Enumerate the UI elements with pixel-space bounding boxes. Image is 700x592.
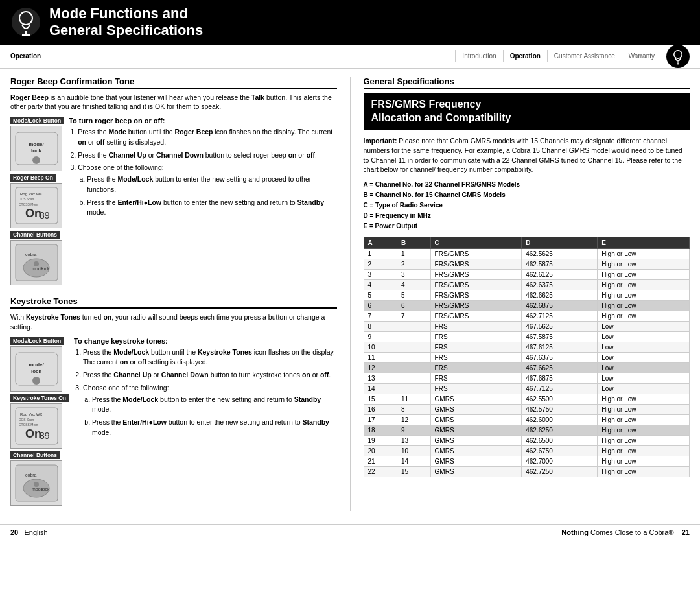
keystroke-tones-intro: With Keystroke Tones turned on, your rad… xyxy=(10,313,337,331)
channel-buttons-block-1: Channel Buttons cobra mode lock xyxy=(10,231,64,285)
roger-beep-steps: Press the Mode button until the Roger Be… xyxy=(69,127,336,218)
header-icon xyxy=(10,6,41,38)
table-row: 2215GMRS462.7250High or Low xyxy=(364,467,690,477)
mode-lock-label: Mode/Lock Button xyxy=(10,117,64,124)
page-header: Mode Functions and General Specification… xyxy=(0,0,700,45)
cell-b-20: 10 xyxy=(397,446,431,456)
cell-e-12: Low xyxy=(598,363,690,373)
cell-e-13: Low xyxy=(598,373,690,384)
svg-text:Rog: Rog xyxy=(20,412,27,416)
table-row: 11FRS467.6375Low xyxy=(364,353,690,363)
cell-e-8: Low xyxy=(598,322,690,332)
frs-gmrs-title-line1: FRS/GMRS Frequency xyxy=(371,99,482,110)
nav-customer-assistance[interactable]: Customer Assistance xyxy=(547,50,622,62)
cell-b-17: 12 xyxy=(397,415,431,425)
cell-a-13: 13 xyxy=(364,373,397,384)
cell-c-2: FRS/GMRS xyxy=(430,259,522,270)
nav-operation[interactable]: Operation xyxy=(503,50,547,62)
roger-beep-sub-steps: Press the Mode/Lock button to enter the … xyxy=(78,174,336,218)
cell-a-11: 11 xyxy=(364,353,397,363)
cell-b-9 xyxy=(397,332,431,342)
cell-b-8 xyxy=(397,322,431,332)
cell-a-16: 16 xyxy=(364,405,397,415)
cell-e-10: Low xyxy=(598,342,690,353)
general-specs-title: General Specifications xyxy=(364,77,690,89)
nav-warranty[interactable]: Warranty xyxy=(622,50,661,62)
nav-right: Introduction Operation Customer Assistan… xyxy=(455,45,690,68)
svg-text:DCS Scan: DCS Scan xyxy=(19,418,34,421)
cell-a-12: 12 xyxy=(364,363,397,373)
nav-operation-left: Operation xyxy=(10,50,455,62)
svg-text:lock: lock xyxy=(41,487,50,491)
cell-d-6: 462.6875 xyxy=(522,301,598,311)
cell-b-1: 1 xyxy=(397,249,431,259)
cell-b-14 xyxy=(397,384,431,394)
roger-beep-sub-step-b: Press the Enter/Hi●Low button to enter t… xyxy=(87,198,336,219)
cell-d-7: 462.7125 xyxy=(522,311,598,322)
cell-c-16: GMRS xyxy=(430,405,522,415)
cell-b-21: 14 xyxy=(397,456,431,467)
cell-a-7: 7 xyxy=(364,311,397,322)
cell-b-12 xyxy=(397,363,431,373)
cell-c-1: FRS/GMRS xyxy=(430,249,522,259)
roger-beep-step-1: Press the Mode button until the Roger Be… xyxy=(78,127,336,148)
cell-e-20: High or Low xyxy=(598,446,690,456)
roger-beep-step-3: Choose one of the following: Press the M… xyxy=(78,163,336,218)
keystroke-tones-instructions-title: To change keystroke tones: xyxy=(74,337,336,345)
cell-e-5: High or Low xyxy=(598,290,690,301)
keystroke-tones-on-label: Keystroke Tones On xyxy=(10,394,69,402)
mode-lock-img: mode/ lock xyxy=(10,126,62,171)
cell-e-9: Low xyxy=(598,332,690,342)
cell-a-21: 21 xyxy=(364,456,397,467)
cell-d-21: 462.7000 xyxy=(522,456,598,467)
svg-point-4 xyxy=(674,50,682,58)
cell-c-20: GMRS xyxy=(430,446,522,456)
cell-c-18: GMRS xyxy=(430,425,522,436)
keystroke-tones-steps: Press the Mode/Lock button until the Key… xyxy=(74,348,336,438)
keystroke-tones-sub-step-a: Press the Mode/Lock button to enter the … xyxy=(92,395,336,416)
cell-e-22: High or Low xyxy=(598,467,690,477)
col-d-header: D xyxy=(522,237,598,249)
cell-b-3: 3 xyxy=(397,270,431,280)
table-row: 1913GMRS462.6500High or Low xyxy=(364,436,690,446)
frs-gmrs-title-line2: Allocation and Compatibility xyxy=(371,112,511,123)
roger-beep-section: Roger Beep Confirmation Tone Roger Beep … xyxy=(10,77,337,285)
mode-lock-label-2: Mode/Lock Button xyxy=(10,337,64,345)
cell-e-15: High or Low xyxy=(598,394,690,405)
cell-d-2: 462.5875 xyxy=(522,259,598,270)
cell-d-1: 462.5625 xyxy=(522,249,598,259)
table-row: 11FRS/GMRS462.5625High or Low xyxy=(364,249,690,259)
cell-c-3: FRS/GMRS xyxy=(430,270,522,280)
cell-d-11: 467.6375 xyxy=(522,353,598,363)
mode-lock-device-block: Mode/Lock Button mode/ lock xyxy=(10,117,64,171)
cell-b-18: 9 xyxy=(397,425,431,436)
roger-beep-sub-step-a: Press the Mode/Lock button to enter the … xyxy=(87,174,336,195)
cell-b-10 xyxy=(397,342,431,353)
keystroke-tones-step-3: Choose one of the following: Press the M… xyxy=(83,383,336,438)
cell-b-16: 8 xyxy=(397,405,431,415)
cell-d-22: 462.7250 xyxy=(522,467,598,477)
frs-gmrs-header-box: FRS/GMRS Frequency Allocation and Compat… xyxy=(364,93,690,130)
cell-a-6: 6 xyxy=(364,301,397,311)
cell-d-17: 462.6000 xyxy=(522,415,598,425)
cell-b-19: 13 xyxy=(397,436,431,446)
cell-a-2: 2 xyxy=(364,259,397,270)
roger-beep-step-2: Press the Channel Up or Channel Down but… xyxy=(78,150,336,161)
roger-beep-devices: Mode/Lock Button mode/ lock Roger xyxy=(10,117,64,285)
table-row: 55FRS/GMRS462.6625High or Low xyxy=(364,290,690,301)
cell-a-22: 22 xyxy=(364,467,397,477)
table-row: 168GMRS462.5750High or Low xyxy=(364,405,690,415)
cell-e-18: High or Low xyxy=(598,425,690,436)
footer-right: Nothing Comes Close to a Cobra® 21 xyxy=(561,528,690,536)
cell-c-9: FRS xyxy=(430,332,522,342)
svg-text:lock: lock xyxy=(41,266,50,271)
svg-point-26 xyxy=(32,377,40,385)
svg-text:mode/: mode/ xyxy=(29,362,44,368)
cell-a-15: 15 xyxy=(364,394,397,405)
nav-introduction[interactable]: Introduction xyxy=(455,50,502,62)
cell-d-19: 462.6500 xyxy=(522,436,598,446)
footer-nothing: Nothing xyxy=(561,528,589,536)
cell-a-4: 4 xyxy=(364,280,397,290)
cell-b-13 xyxy=(397,373,431,384)
cell-a-14: 14 xyxy=(364,384,397,394)
